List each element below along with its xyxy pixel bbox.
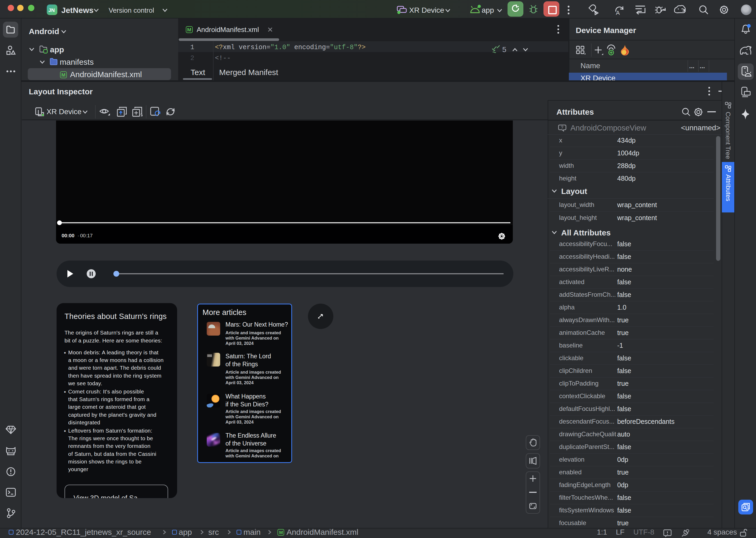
svg-text:A: A [616, 10, 620, 16]
svg-text:?: ? [561, 125, 563, 130]
